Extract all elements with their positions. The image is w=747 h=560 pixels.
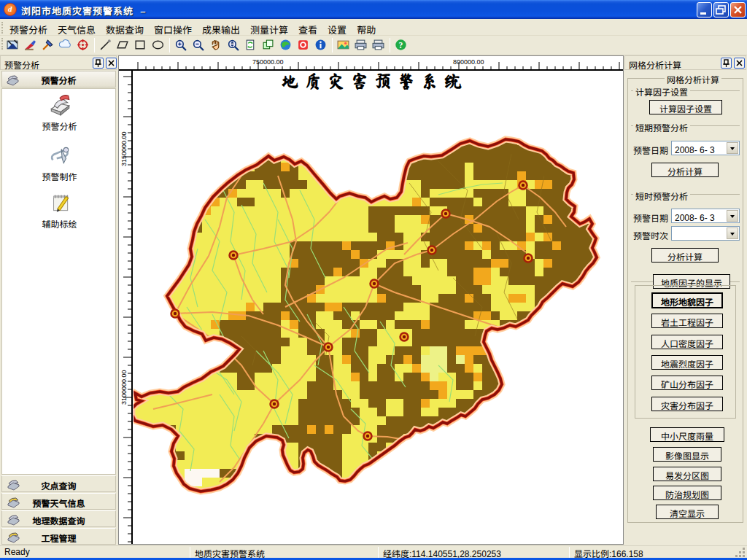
svg-text:?: ?: [399, 41, 403, 50]
